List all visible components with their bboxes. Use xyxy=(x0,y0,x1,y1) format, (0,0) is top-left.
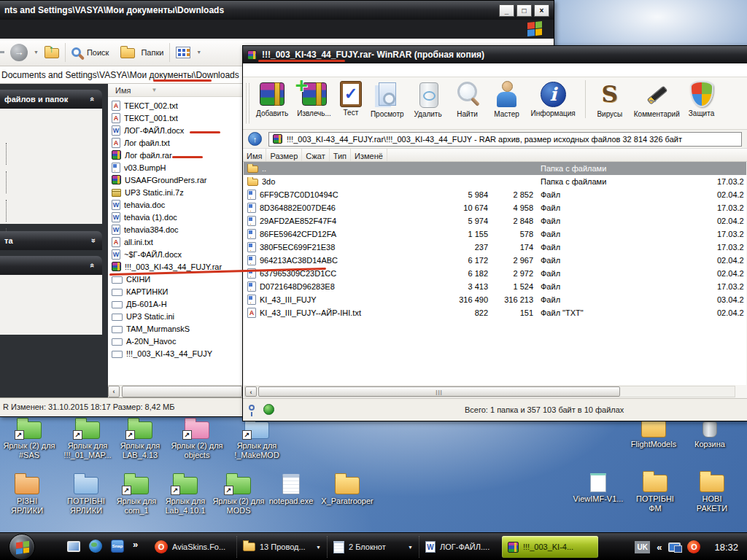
forward-button[interactable]: → xyxy=(10,44,28,61)
toolbar-button-icon xyxy=(595,80,625,109)
taskbar-button[interactable]: 2 Блокнот ▼ xyxy=(327,536,419,558)
scroll-left-button[interactable]: ‹ xyxy=(245,386,257,397)
sidebar-panel-tasks-header[interactable]: файлов и папок « xyxy=(0,90,102,109)
network-monitor-icon[interactable] xyxy=(668,542,681,552)
desktop-icon[interactable]: Ярлык для Lab_4.10.1 xyxy=(159,472,212,516)
column-header[interactable]: Размер xyxy=(266,149,302,161)
toolbar-button[interactable]: Комментарий xyxy=(630,80,684,118)
desktop-icon-glyph xyxy=(641,420,666,438)
desktop-icon[interactable]: РІЗНІ ЯРЛИКИ xyxy=(1,472,53,516)
column-header[interactable]: Сжат xyxy=(302,149,329,161)
toolbar-button[interactable]: Мастер xyxy=(487,80,527,118)
scroll-thumb[interactable] xyxy=(122,386,242,397)
folders-button-label[interactable]: Папки xyxy=(141,48,163,57)
snap-icon[interactable] xyxy=(111,540,124,553)
search-icon[interactable] xyxy=(71,47,81,57)
toolbar-button[interactable]: Добавить xyxy=(252,80,293,117)
desktop-icon[interactable]: Ярлык (2) для #SAS xyxy=(3,417,55,460)
chevron-up-icon[interactable]: « xyxy=(88,97,97,101)
sidebar-task-item[interactable] xyxy=(6,114,93,136)
taskbar-button[interactable]: AviaSkins.Fo... xyxy=(149,536,236,558)
archive-row[interactable]: KI_43_III_FUJY--АЙР-IHI.txt 822 151 Файл… xyxy=(244,306,746,319)
toolbar-button-icon xyxy=(641,80,672,109)
show-desktop-icon[interactable] xyxy=(67,541,80,552)
toolbar-button[interactable]: Найти xyxy=(448,80,487,118)
desktop-icon[interactable]: НОВІ РАКЕТИ xyxy=(686,470,738,513)
taskbar-button[interactable]: 13 Провод... ▼ xyxy=(236,536,327,558)
desktop-icon[interactable]: Ярлык (2) для objects xyxy=(171,417,223,460)
explorer-horizontal-scrollbar[interactable]: ‹ xyxy=(108,385,242,397)
column-header[interactable]: Тип xyxy=(330,149,351,161)
sidebar-panel-details-header[interactable]: « xyxy=(0,256,102,275)
disc-icon[interactable] xyxy=(263,404,274,415)
archive-row[interactable]: 8D364882E007DE46 10 674 4 958 Файл 17.03… xyxy=(244,201,746,214)
chevron-down-icon[interactable]: « xyxy=(88,238,97,243)
file-icon xyxy=(112,163,120,173)
sidebar-task-item[interactable] xyxy=(6,143,96,165)
toolbar-button[interactable]: Просмотр xyxy=(366,80,409,118)
sidebar-task-item[interactable] xyxy=(6,171,98,193)
folders-icon[interactable] xyxy=(120,48,135,58)
chevron-up-icon[interactable]: « xyxy=(88,263,97,268)
toolbar-button[interactable]: Удалить xyxy=(409,80,448,118)
internet-globe-icon[interactable] xyxy=(89,540,102,553)
archive-row[interactable]: .. Папка с файлами xyxy=(244,162,746,175)
desktop-icon[interactable]: Ярлык (2) для MODS xyxy=(212,472,265,516)
toolbar-button[interactable]: Вирусы xyxy=(585,80,630,118)
archive-row[interactable]: 380F5EC699F21E38 237 174 Файл 17.03.2 xyxy=(244,241,746,254)
desktop-icon[interactable]: Ярлык для !!!_01_MAP... xyxy=(61,417,114,460)
views-dropdown-icon[interactable]: ▼ xyxy=(196,50,201,55)
archive-row[interactable]: D0721648D96283E8 3 413 1 524 Файл 17.03.… xyxy=(244,280,746,293)
key-icon[interactable] xyxy=(249,405,255,411)
up-one-level-button[interactable]: ↑ xyxy=(248,132,262,146)
scroll-thumb[interactable]: ||| xyxy=(258,386,620,397)
archive-path-combo[interactable]: !!!_003_KI-43_44_FUJY.rar\!!!_003_KI-43_… xyxy=(268,132,742,147)
taskbar-button[interactable]: ЛОГ-ФАЙЛ.... xyxy=(419,536,502,558)
archive-row[interactable]: 6FF9CB7C0D10494C 5 984 2 852 Файл 02.04.… xyxy=(244,188,746,201)
start-button[interactable] xyxy=(9,534,35,560)
file-name: Лог файл.txt xyxy=(124,139,170,147)
desktop-icon[interactable]: notepad.exe xyxy=(265,472,317,506)
forward-dropdown-icon[interactable]: ▼ xyxy=(34,50,39,55)
back-button-sliver[interactable] xyxy=(0,51,4,53)
archive-row[interactable]: 964213AC38D14ABC 6 172 2 967 Файл 02.04.… xyxy=(244,254,746,267)
archive-row[interactable]: 3do Папка с файлами 17.03.2 xyxy=(244,175,746,188)
language-indicator[interactable]: UK xyxy=(635,541,650,553)
archive-row[interactable]: KI_43_III_FUJY 316 490 316 213 Файл 03.0… xyxy=(244,293,746,306)
archive-row[interactable]: 29AFD2AE852F47F4 5 974 2 848 Файл 02.04.… xyxy=(244,214,746,228)
desktop-icon[interactable]: Ярлык для LAB_4.13 xyxy=(114,417,166,460)
taskbar-group-dropdown-icon[interactable]: ▼ xyxy=(316,545,321,550)
clock: 18:32 xyxy=(714,542,738,553)
up-button[interactable] xyxy=(44,48,59,58)
views-button[interactable] xyxy=(176,47,190,58)
sidebar-task-item[interactable] xyxy=(6,200,89,222)
desktop-icon[interactable]: X_Paratrooper xyxy=(321,472,374,506)
minimize-button[interactable]: _ xyxy=(499,4,514,17)
desktop-icon[interactable]: ПОТРІБНІ ФМ xyxy=(629,470,681,513)
column-header[interactable]: Имя xyxy=(243,149,266,161)
toolbar-button[interactable]: Информация xyxy=(527,80,580,117)
quick-launch-overflow-chevron[interactable]: » xyxy=(133,539,138,550)
close-button[interactable]: × xyxy=(534,4,549,17)
desktop-icon[interactable]: Ярлык для !_MakeMOD xyxy=(231,417,283,460)
taskbar-group-dropdown-icon[interactable]: ▼ xyxy=(408,545,413,550)
search-button-label[interactable]: Поиск xyxy=(87,48,109,57)
toolbar-button[interactable]: Тест xyxy=(336,80,366,117)
desktop-icon[interactable]: Ярлык для com_1 xyxy=(110,472,163,516)
file-icon xyxy=(247,295,256,305)
scroll-left-button[interactable]: ‹ xyxy=(108,386,120,397)
explorer-titlebar[interactable]: nts and Settings\VASYA\Мои документы\Dow… xyxy=(0,1,554,20)
toolbar-button[interactable]: Извлечь... xyxy=(293,80,336,117)
sidebar-panel-places-header[interactable]: та « xyxy=(0,231,102,250)
maximize-button[interactable]: □ xyxy=(516,4,532,17)
archive-row[interactable]: 86FE59642CFD12FA 1 155 578 Файл 17.03.2 xyxy=(244,228,746,241)
opera-tray-icon[interactable] xyxy=(687,540,700,553)
toolbar-button[interactable]: Защита xyxy=(684,80,719,117)
desktop-icon[interactable]: ПОТРІБНІ ЯРЛИКИ xyxy=(60,472,112,516)
archive-file-date: 02.04.2 xyxy=(713,217,746,225)
taskbar-button[interactable]: !!!_003_KI-4... xyxy=(502,536,598,558)
tray-collapse-chevron[interactable]: « xyxy=(657,542,662,553)
winrar-horizontal-scrollbar[interactable]: ‹ ||| xyxy=(244,386,735,397)
column-header[interactable]: Изменё xyxy=(351,149,387,161)
desktop-icon[interactable]: ViewIMF-V1... xyxy=(572,470,624,504)
